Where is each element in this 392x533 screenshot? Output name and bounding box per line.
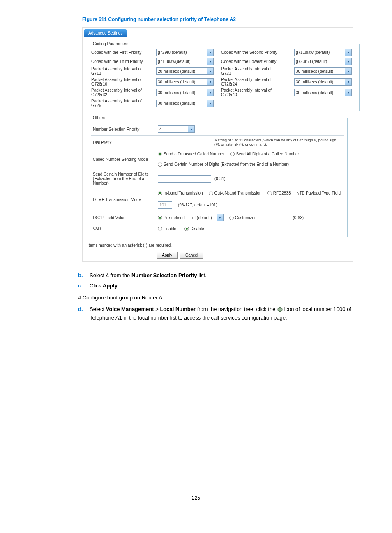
label: Packet Assembly Interval of G729 [91, 99, 153, 108]
radio-icon [229, 216, 234, 220]
chevron-down-icon: ▾ [207, 89, 213, 96]
label: Codec with the Lowest Priority [221, 59, 283, 64]
radio-icon [267, 191, 272, 195]
pai-g726r16-select[interactable]: 30 millisecs (default)▾ [156, 78, 214, 86]
label: DTMF Transmission Mode [93, 197, 154, 202]
label: Packet Assembly Interval of G726r24 [221, 77, 283, 86]
label: NTE Payload Type Field [296, 191, 341, 195]
label: DSCP Field Value [93, 216, 154, 220]
radio-icon [158, 152, 162, 156]
radio-all-digits[interactable]: Send All Digits of a Called Number [230, 152, 299, 156]
label: VAD [93, 227, 154, 231]
label: Packet Assembly Interval of G726r40 [221, 88, 283, 97]
radio-icon [158, 227, 162, 231]
codec-lowest-priority-select[interactable]: g723r53 (default)▾ [294, 58, 352, 65]
dial-prefix-input[interactable] [158, 139, 211, 146]
radio-inband[interactable]: In-band Transmission [158, 191, 203, 195]
hint-text: A string of 1 to 31 characters, which ca… [214, 138, 342, 146]
radio-icon [184, 227, 189, 231]
radio-truncated[interactable]: Send a Truncated Called Number [158, 152, 224, 156]
label: Send Certain Number of Digits (Extracted… [93, 172, 154, 185]
radio-icon [230, 152, 235, 156]
page-number: 225 [39, 495, 353, 501]
figure-title: Figure 611 Configuring number selection … [82, 16, 353, 22]
label: Number Selection Priority [93, 127, 154, 132]
radio-icon [158, 162, 162, 167]
radio-certain-digits[interactable]: Send Certain Number of Digits (Extracted… [158, 162, 289, 167]
hint-text: (96-127, default=101) [178, 203, 217, 207]
certain-digits-input[interactable] [158, 175, 211, 183]
codec-first-priority-select[interactable]: g729r8 (default)▾ [156, 49, 214, 56]
number-selection-priority-select[interactable]: 4▾ [158, 125, 195, 133]
step-letter: d. [78, 305, 85, 322]
radio-customized[interactable]: Customized [229, 216, 257, 220]
hint-text: (0-63) [293, 216, 304, 220]
chevron-down-icon: ▾ [207, 49, 213, 56]
chevron-down-icon: ▾ [207, 58, 213, 65]
step-letter: c. [78, 282, 85, 290]
label: Packet Assembly Interval of G711 [91, 67, 153, 76]
dscp-custom-input[interactable] [263, 214, 287, 221]
chevron-down-icon: ▾ [345, 49, 351, 56]
chevron-down-icon: ▾ [345, 68, 351, 74]
chevron-down-icon: ▾ [207, 79, 213, 85]
hint-text: (0-31) [214, 176, 226, 181]
label: Called Number Sending Mode [93, 157, 154, 162]
label: Codec with the Third Priority [91, 59, 153, 64]
chevron-down-icon: ▾ [207, 68, 213, 74]
chevron-down-icon: ▾ [207, 100, 213, 107]
codec-third-priority-select[interactable]: g711ulaw(default)▾ [156, 58, 214, 65]
codec-second-priority-select[interactable]: g711alaw (default)▾ [294, 49, 352, 56]
others-group: Others Number Selection Priority 4▾ Dial… [88, 116, 348, 237]
pai-g726r24-select[interactable]: 30 millisecs (default)▾ [294, 78, 352, 86]
radio-icon [158, 216, 162, 220]
chevron-down-icon: ▾ [345, 79, 351, 85]
config-note: # Configure hunt group on Router A. [78, 294, 353, 302]
radio-rfc2833[interactable]: RFC2833 [267, 191, 291, 195]
step-body: Click Apply. [90, 282, 353, 290]
label: Dial Prefix [93, 140, 154, 145]
instruction-list: b. Select 4 from the Number Selection Pr… [78, 271, 353, 322]
label: Codec with the First Priority [91, 50, 153, 55]
pai-g723-select[interactable]: 30 millisecs (default)▾ [294, 67, 352, 75]
label: Codec with the Second Priority [221, 50, 283, 55]
advanced-settings-panel: Advanced Settings Coding Parameters Code… [82, 27, 353, 262]
others-legend: Others [91, 116, 107, 120]
label: Packet Assembly Interval of G723 [221, 67, 283, 76]
nte-payload-input[interactable]: 101 [158, 201, 172, 209]
cancel-button[interactable]: Cancel [180, 252, 203, 259]
coding-parameters-group: Coding Parameters Codec with the First P… [88, 42, 360, 111]
step-body: Select 4 from the Number Selection Prior… [90, 271, 353, 280]
radio-vad-enable[interactable]: Enable [158, 227, 176, 231]
globe-icon [277, 307, 283, 313]
label: Packet Assembly Interval of G726r32 [91, 88, 153, 97]
radio-outofband[interactable]: Out-of-band Transmission [209, 191, 262, 195]
dscp-predefined-select[interactable]: ef (default)▾ [191, 214, 224, 221]
coding-parameters-legend: Coding Parameters [91, 42, 130, 46]
radio-icon [158, 191, 162, 195]
label: Packet Assembly Interval of G726r16 [91, 77, 153, 86]
radio-icon [209, 191, 213, 195]
chevron-down-icon: ▾ [217, 214, 223, 221]
pai-g726r40-select[interactable]: 30 millisecs (default)▾ [294, 89, 352, 96]
required-note: Items marked with an asterisk (*) are re… [83, 241, 353, 249]
pai-g711-select[interactable]: 20 millisecs (default)▾ [156, 67, 214, 75]
chevron-down-icon: ▾ [188, 126, 194, 132]
chevron-down-icon: ▾ [345, 89, 351, 96]
step-letter: b. [78, 271, 85, 280]
radio-vad-disable[interactable]: Disable [184, 227, 204, 231]
radio-predefined[interactable]: Pre-defined [158, 216, 185, 220]
chevron-down-icon: ▾ [345, 58, 351, 65]
pai-g726r32-select[interactable]: 30 millisecs (default)▾ [156, 89, 214, 96]
tab-advanced-settings[interactable]: Advanced Settings [84, 29, 127, 37]
step-body: Select Voice Management > Local Number f… [90, 305, 353, 322]
apply-button[interactable]: Apply [157, 252, 178, 259]
pai-g729-select[interactable]: 30 millisecs (default)▾ [156, 100, 214, 107]
